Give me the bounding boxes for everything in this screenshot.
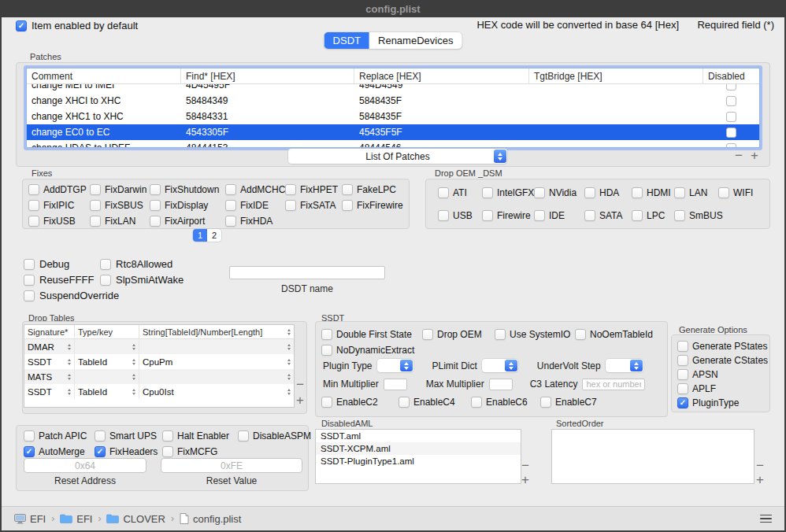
fixes-page-1[interactable]: 1 <box>193 229 207 242</box>
acpi-checkbox[interactable]: Patch APIC <box>24 430 95 441</box>
acpi-checkbox[interactable]: FixHeaders <box>95 445 162 457</box>
sorted-order-remove-button[interactable]: − <box>753 459 767 473</box>
fix-checkbox[interactable]: FixSBUS <box>90 199 150 211</box>
fix-checkbox[interactable]: FixDarwin <box>90 183 150 195</box>
drop-oem-checkbox[interactable]: ATI <box>438 187 482 198</box>
stepper-icon[interactable] <box>287 374 291 380</box>
stepper-icon[interactable] <box>287 359 291 365</box>
drop-oem-checkbox[interactable]: HDMI <box>632 187 674 198</box>
min-multiplier-input[interactable] <box>384 379 407 390</box>
patches-table-row[interactable]: change HDAS to HDEF 48444153 48444546 <box>27 140 759 147</box>
dsdt-name-input[interactable] <box>229 266 385 279</box>
stepper-icon[interactable] <box>68 344 71 350</box>
stepper-icon[interactable] <box>68 389 71 395</box>
column-header-comment[interactable]: Comment <box>27 68 181 83</box>
column-header-string[interactable]: String[TableId]/Number[Length] <box>139 325 294 338</box>
plugin-type-select[interactable] <box>377 359 413 372</box>
disabled-aml-item[interactable]: SSDT-XCPM.aml <box>316 442 521 455</box>
column-header-typekey[interactable]: Type/key <box>75 325 139 338</box>
fix-checkbox[interactable]: FixIDE <box>225 199 285 211</box>
generate-option-checkbox[interactable]: Generate PStates <box>677 340 768 353</box>
row-disabled-checkbox[interactable] <box>726 112 736 122</box>
acpi-checkbox[interactable]: FixMCFG <box>162 445 238 457</box>
generate-option-checkbox[interactable]: Generate CStates <box>677 354 768 367</box>
reset-address-input[interactable] <box>24 458 146 473</box>
column-header-disabled[interactable]: Disabled <box>703 68 759 83</box>
stepper-icon[interactable] <box>287 344 291 350</box>
ssdt-checkbox[interactable]: NoOemTableId <box>575 328 662 340</box>
fix-checkbox[interactable]: FixLAN <box>90 215 150 227</box>
patches-remove-button[interactable]: − <box>732 149 746 163</box>
stepper-icon[interactable] <box>68 359 71 365</box>
drop-oem-checkbox[interactable]: IntelGFX <box>482 187 534 198</box>
drop-oem-checkbox[interactable]: HDA <box>584 187 632 198</box>
disabled-aml-add-button[interactable]: + <box>518 473 532 487</box>
breadcrumb-config-plist[interactable]: config.plist <box>180 513 241 525</box>
patches-add-button[interactable]: + <box>747 149 762 163</box>
fix-checkbox[interactable]: AddDTGP <box>28 183 90 195</box>
patches-table-row[interactable]: change XHC1 to XHC 58484331 5848435F <box>27 109 759 124</box>
drop-tables-remove-button[interactable]: − <box>293 378 307 392</box>
fix-checkbox[interactable]: FixHPET <box>285 183 342 195</box>
drop-tables-row[interactable]: MATS <box>24 369 294 384</box>
column-header-signature[interactable]: Signature* <box>24 325 75 338</box>
window-titlebar[interactable]: config.plist <box>0 0 786 17</box>
fixes-page-2[interactable]: 2 <box>207 229 221 242</box>
ssdt-enable-checkbox[interactable]: EnableC2 <box>321 396 399 408</box>
stepper-icon[interactable] <box>132 389 135 395</box>
row-disabled-checkbox[interactable] <box>726 96 736 106</box>
item-enabled-checkbox[interactable]: Item enabled by default <box>16 20 138 31</box>
checkbox-suspendoverride[interactable]: SuspendOverride <box>24 290 119 301</box>
tab-dsdt[interactable]: DSDT <box>324 32 369 49</box>
ssdt-enable-checkbox[interactable]: EnableC4 <box>399 396 471 408</box>
generate-option-checkbox[interactable]: APSN <box>677 368 768 381</box>
breadcrumb-efi-root[interactable]: EFI <box>14 513 46 525</box>
drop-oem-checkbox[interactable]: USB <box>438 209 482 221</box>
disabled-aml-remove-button[interactable]: − <box>518 459 532 473</box>
generate-option-checkbox[interactable]: APLF <box>677 382 768 395</box>
row-disabled-checkbox[interactable] <box>726 143 736 148</box>
stepper-icon[interactable] <box>132 359 135 365</box>
ssdt-checkbox[interactable]: Double First State <box>321 328 422 340</box>
fix-checkbox[interactable]: FakeLPC <box>342 183 405 195</box>
column-header-tgtbridge[interactable]: TgtBridge [HEX] <box>529 68 703 83</box>
row-disabled-checkbox[interactable] <box>726 127 736 138</box>
stepper-icon[interactable] <box>68 374 71 380</box>
breadcrumb-efi-folder[interactable]: EFI <box>60 513 92 525</box>
generate-option-checkbox[interactable]: PluginType <box>677 397 768 409</box>
c3-latency-input[interactable] <box>582 379 645 390</box>
stepper-icon[interactable] <box>287 389 291 395</box>
drop-oem-checkbox[interactable]: Firewire <box>482 209 534 221</box>
fix-checkbox[interactable]: FixIPIC <box>28 199 90 211</box>
drop-tables-row[interactable]: DMAR <box>24 339 294 354</box>
reset-value-input[interactable] <box>161 458 302 473</box>
ssdt-checkbox[interactable]: Use SystemIO <box>495 328 575 340</box>
stepper-icon[interactable] <box>287 329 291 335</box>
max-multiplier-input[interactable] <box>489 379 513 390</box>
sorted-order-list[interactable] <box>551 429 754 484</box>
tab-renamedevices[interactable]: RenameDevices <box>369 32 462 49</box>
fix-checkbox[interactable]: FixShutdown <box>150 183 225 195</box>
fix-checkbox[interactable]: AddMCHC <box>225 183 285 195</box>
checkbox-debug[interactable]: Debug <box>24 258 69 270</box>
patches-table-row[interactable]: change EC0 to EC 4543305F 45435F5F <box>27 124 759 140</box>
acpi-checkbox[interactable]: DisableASPM <box>238 430 311 441</box>
drop-oem-checkbox[interactable]: NVidia <box>534 187 584 198</box>
patches-table-row[interactable]: change XHCI to XHC 58484349 5848435F <box>27 93 759 109</box>
fix-checkbox[interactable]: FixFirewire <box>342 199 405 211</box>
breadcrumb-clover-folder[interactable]: CLOVER <box>106 513 165 525</box>
drop-oem-checkbox[interactable]: LPC <box>632 209 674 221</box>
checkbox-nodynamicextract[interactable]: NoDynamicExtract <box>321 344 414 356</box>
checkbox-rtc8allowed[interactable]: Rtc8Allowed <box>100 258 172 270</box>
row-disabled-checkbox[interactable] <box>726 84 736 91</box>
disabled-aml-item[interactable]: SSDT-PluginType1.aml <box>316 455 521 467</box>
checkbox-reuseffff[interactable]: ReuseFFFF <box>24 274 94 286</box>
drop-oem-checkbox[interactable]: LAN <box>674 187 718 198</box>
undervolt-step-select[interactable] <box>606 359 643 372</box>
ssdt-enable-checkbox[interactable]: EnableC7 <box>540 396 662 408</box>
patches-table-viewport[interactable]: change MEI to IMEI 4D45495F 494D4549 cha… <box>27 84 759 147</box>
acpi-checkbox[interactable]: AutoMerge <box>24 445 95 457</box>
ssdt-checkbox[interactable]: Drop OEM <box>422 328 495 340</box>
checkbox-slpsmiatwake[interactable]: SlpSmiAtWake <box>100 274 184 286</box>
column-header-find[interactable]: Find* [HEX] <box>181 68 354 83</box>
